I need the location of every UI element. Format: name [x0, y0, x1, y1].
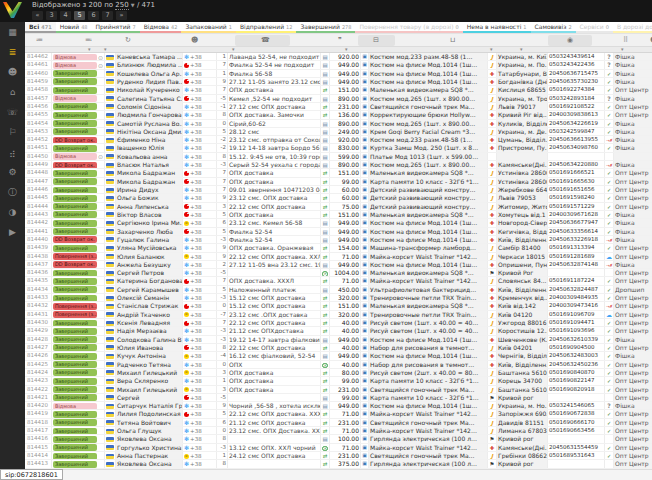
- status-cell[interactable]: Завершений: [52, 386, 105, 393]
- filter-caret-icon[interactable]: ▾: [520, 46, 523, 52]
- status-cell[interactable]: Завершений: [52, 86, 105, 93]
- order-note[interactable]: Фиалка 52-54: [228, 236, 321, 243]
- order-note[interactable]: Фиалка 52-54: [228, 228, 321, 235]
- tracking-number[interactable]: 0501689531643: [548, 452, 605, 459]
- order-note[interactable]: Серый 52-54 уехала с города: [228, 161, 321, 168]
- table-row[interactable]: 814419ЗавершенийЛилия Подолинская+38522.…: [25, 410, 652, 418]
- product-name[interactable]: Рисуй светом (1шт. х 40.00 = 40…: [369, 327, 488, 334]
- order-note[interactable]: Наложенный платеж: [228, 286, 321, 293]
- customer-name[interactable]: Соломія Сідоніна: [116, 103, 183, 110]
- table-row[interactable]: 814457ВідмоваСалегина Татьяна С...+38-5К…: [25, 95, 652, 103]
- phone-cell[interactable]: ✻+38: [183, 186, 217, 193]
- delivery-city[interactable]: Кегичівка, Відді...: [497, 228, 548, 235]
- delivery-city[interactable]: Камянське(Дні...: [497, 161, 548, 168]
- product-name[interactable]: Майка-корсет Waist Trainer *142…: [369, 410, 488, 417]
- customer-name[interactable]: Руденко Лидия Пав...: [116, 78, 183, 85]
- order-note[interactable]: 28.12 смс: [228, 128, 321, 135]
- delivery-city[interactable]: Украина, м. Тро...: [497, 95, 548, 102]
- table-row[interactable]: 814445ЗавершенийОльга Божик✻+38923.12 см…: [25, 194, 652, 202]
- order-note[interactable]: ОПХ доставка: [228, 86, 321, 93]
- delivery-city[interactable]: Київ, Відділенн...: [497, 236, 548, 243]
- customer-name[interactable]: Анжела Безушку: [116, 261, 183, 268]
- delivery-city[interactable]: Баштанка 56101: [497, 386, 548, 393]
- product-name[interactable]: Костюм мод.265 (1шт. х 890.00…: [369, 95, 488, 102]
- customer-name[interactable]: Людмила Гончарова: [116, 111, 183, 118]
- delivery-city[interactable]: Жеребкове 664...: [497, 186, 548, 193]
- tracking-number[interactable]: 0501691094471: [548, 319, 605, 326]
- product-name[interactable]: Платье Мод 1013 (1шт. х 599.00…: [369, 153, 488, 160]
- status-filter-icon[interactable]: ≔: [36, 34, 43, 47]
- phone-cell[interactable]: ✻+38: [183, 336, 217, 343]
- delivery-city[interactable]: Пристроми, Пу...: [497, 144, 548, 151]
- phone-cell[interactable]: ✻+38: [183, 269, 217, 276]
- order-note[interactable]: 15.12 смс ОПХ доставка: [228, 294, 321, 301]
- customer-name[interactable]: Радченко Тетяна: [116, 361, 183, 368]
- order-note[interactable]: 22.12 смс ОПХ доставка. ХХЛ: [228, 253, 321, 260]
- tracking-number[interactable]: 20400309484935: [548, 294, 605, 301]
- status-cell[interactable]: Завершений: [52, 369, 105, 376]
- product-name[interactable]: Карта памяти 10 класс - 32Гб *1…: [369, 377, 488, 384]
- phone-cell[interactable]: ✻+38: [183, 161, 217, 168]
- table-row[interactable]: 814434ЗавершенийСергей Карамышев✻+385Нал…: [25, 286, 652, 294]
- table-row[interactable]: 814459ЗавершенийРуденко Лидия Пав...+389…: [25, 78, 652, 86]
- page-button-7[interactable]: 7: [102, 11, 113, 20]
- status-cell[interactable]: Завершений: [52, 70, 105, 77]
- tracking-number[interactable]: 20450634098760: [548, 144, 605, 151]
- product-name[interactable]: Куртка Замш Мод. 250 (1шт. х 8…: [369, 144, 488, 151]
- table-row[interactable]: 814446ЗавершенийИрина Дидух✻+38709.01 зв…: [25, 186, 652, 194]
- order-note[interactable]: 09.01 звернення 10471203 04…: [228, 186, 321, 193]
- order-note[interactable]: 23.12 смс. ОПХ Доставка. ХХХ…: [228, 427, 321, 434]
- table-row[interactable]: 814447ЗавершенийМикола Бадражан+387ОПХ д…: [25, 178, 652, 186]
- customer-name[interactable]: Яковлева Оксана: [116, 460, 183, 467]
- table-row[interactable]: 814450Відмова⊙Ковальова анна✻+38815.12. …: [25, 153, 652, 161]
- phone-cell[interactable]: ✻+38: [183, 444, 217, 451]
- order-note[interactable]: Сірий,60-62: [228, 120, 321, 127]
- delivery-city[interactable]: Лиманка 67803: [497, 427, 548, 434]
- table-row[interactable]: 814442ЗавершенийСергіюнко Ірина Ми...lc+…: [25, 219, 652, 227]
- table-row[interactable]: 814440DD Возврат ок.Гуцалюк Галина✻+38-3…: [25, 236, 652, 244]
- table-row[interactable]: 814456ЗавершенийСоломія Сідоніна✻+38-127…: [25, 103, 652, 111]
- table-row[interactable]: 814458ЗавершенийНиколай Кучеренко✻+387ОП…: [25, 86, 652, 94]
- status-cell[interactable]: Завершений: [52, 460, 105, 467]
- tracking-number[interactable]: 20450636715475: [548, 70, 605, 77]
- table-row[interactable]: 814423ЗавершенийВера Скляренко✻+381ОПХ д…: [25, 377, 652, 385]
- phone-cell[interactable]: +38: [183, 169, 217, 176]
- status-cell[interactable]: DD Возврат ок.: [52, 136, 105, 143]
- order-note[interactable]: [228, 269, 321, 276]
- customer-name[interactable]: Вера Скляренко: [116, 377, 183, 384]
- tracking-number[interactable]: [548, 435, 605, 442]
- order-note[interactable]: ОПХ доставка. ХХХЛ: [228, 277, 321, 284]
- delivery-city[interactable]: Украина, м. По...: [497, 61, 548, 68]
- table-row[interactable]: 814443ЗавершенийВіктор Власов+385ОПХ дос…: [25, 211, 652, 219]
- product-name[interactable]: Майка-корсет Waist Trainer *142…: [369, 427, 488, 434]
- delivery-city[interactable]: Житомир, Жито...: [497, 203, 548, 210]
- table-row[interactable]: 814429ЗавершенийНадія Мерзаєва✻+38-321.1…: [25, 327, 652, 335]
- phone-cell[interactable]: lc+38: [183, 219, 217, 226]
- table-row[interactable]: 814436ЗавершенийСергей Петров✻+38-5₴1004…: [25, 269, 652, 277]
- product-name[interactable]: Светящийся гоночный трек Ма…: [369, 452, 488, 459]
- product-name[interactable]: Костюм на флисе Мод.1014 (1ш…: [369, 219, 488, 226]
- customer-name[interactable]: Захарченко Люба: [116, 228, 183, 235]
- customer-name[interactable]: Николай Кучеренко: [116, 86, 183, 93]
- phone-cell[interactable]: ✻+38: [183, 261, 217, 268]
- order-note[interactable]: Фиалка 56-58: [228, 70, 321, 77]
- table-row[interactable]: 814449DD Возврат ок.Власюк Наталья✻+38-3…: [25, 161, 652, 169]
- order-note[interactable]: 19.12 14-17 завтра фіалковий,…: [228, 336, 321, 343]
- product-name[interactable]: Светящийся гоночный трек Ма…: [369, 103, 488, 110]
- customer-name[interactable]: Катерина Богданова: [116, 277, 183, 284]
- customer-name[interactable]: Сергіюнко Ірина Ми...: [116, 219, 183, 226]
- tracking-number[interactable]: 20400309671628: [548, 211, 605, 218]
- product-name[interactable]: Маленькая видеокамера SQ8 *…: [369, 86, 488, 93]
- product-name[interactable]: Тренировочные петли TRX Train…: [369, 294, 488, 301]
- order-note[interactable]: 21.12 смс ОПХдоставка: [228, 327, 321, 334]
- delivery-city[interactable]: Баштанка 56101: [497, 369, 548, 376]
- order-note[interactable]: 22.12 смс ОПХ доставка. ХХХЛ: [228, 410, 321, 417]
- status-cell[interactable]: Завершений: [52, 319, 105, 326]
- product-name[interactable]: Костюм на флисе Мод.1014 (1ш…: [369, 61, 488, 68]
- status-cell[interactable]: Завершений: [52, 103, 105, 110]
- phone-cell[interactable]: ✻+38: [183, 53, 217, 60]
- warehouse-icon[interactable]: ⌂: [0, 82, 25, 102]
- phone-cell[interactable]: ✻+38: [183, 153, 217, 160]
- product-name[interactable]: Костюм на флисе Мод.1014 (1ш…: [369, 228, 488, 235]
- phone-cell[interactable]: ✻+38: [183, 236, 217, 243]
